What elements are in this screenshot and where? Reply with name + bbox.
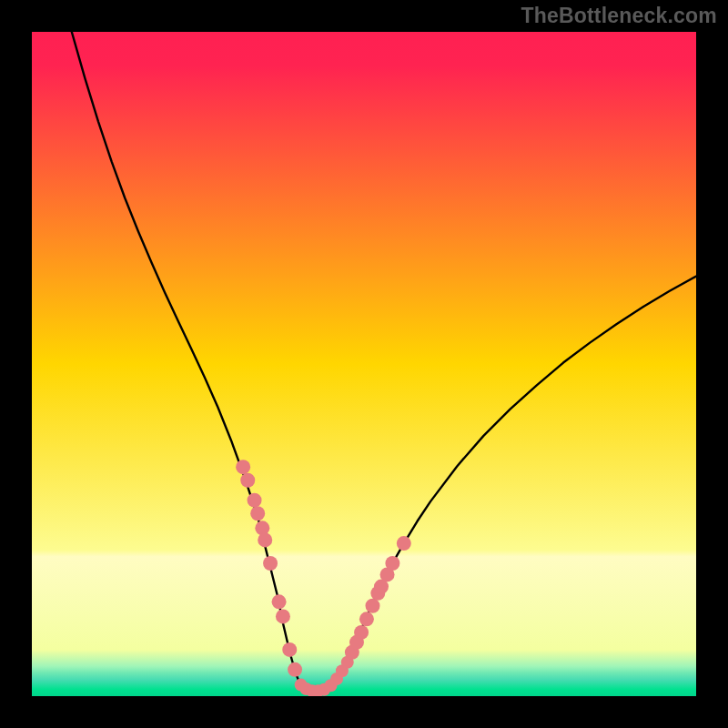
data-markers-left-point xyxy=(248,493,262,508)
data-markers-right-point xyxy=(359,612,374,626)
data-markers-left-point xyxy=(282,642,297,657)
chart-container: TheBottleneck.com xyxy=(0,0,728,728)
gradient-background xyxy=(32,32,696,696)
data-markers-left-point xyxy=(258,532,272,547)
data-markers-left-point xyxy=(255,521,269,535)
data-markers-left-point xyxy=(276,609,290,623)
data-markers-right-point xyxy=(365,599,379,613)
data-markers-left-point xyxy=(263,556,278,571)
plot-svg xyxy=(32,32,696,696)
data-markers-left-point xyxy=(236,460,250,474)
data-markers-left-point xyxy=(288,662,302,677)
data-markers-left-point xyxy=(272,594,287,609)
data-markers-right-point xyxy=(354,625,369,640)
plot-area xyxy=(32,32,696,696)
data-markers-right-point xyxy=(397,536,411,551)
data-markers-left-point xyxy=(250,506,265,521)
data-markers-left-point xyxy=(240,473,255,488)
data-markers-right-point xyxy=(385,556,399,571)
watermark: TheBottleneck.com xyxy=(521,4,717,28)
